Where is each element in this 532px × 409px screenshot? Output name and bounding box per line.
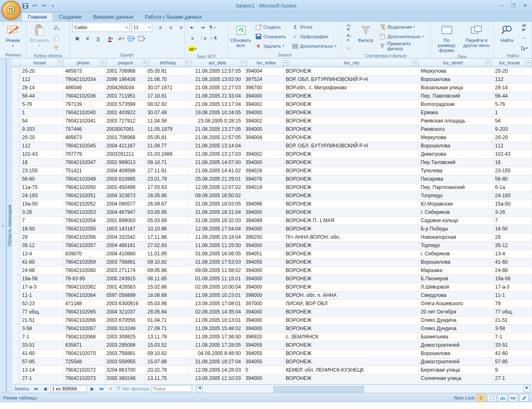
cell[interactable]: 11-1 [493,291,532,299]
restore-button[interactable]: ❐ [508,1,519,10]
cell[interactable]: 23.01.79 [146,175,187,183]
cell[interactable]: ВОР, ОБЛ, БУТУРЛИНОВСКИЙ Р-Н [284,76,419,83]
cell[interactable]: 23-155 [20,167,64,175]
cell[interactable]: 57-85 [493,358,532,366]
cell[interactable]: 79042102066 [64,316,105,324]
cell[interactable]: Ворошилова [419,258,493,266]
col-loccity[interactable]: loc_city▾ [289,59,419,67]
cell[interactable]: 394000 [244,208,284,216]
close-button[interactable]: ✕ [520,1,530,10]
table-row[interactable]: 11а-75790421020502001 45049817.03.6312.0… [12,184,532,192]
cell[interactable]: 17.03.63 [146,184,187,191]
cell[interactable]: 2003 559955 [105,358,146,366]
cell[interactable]: 77 общ. [20,308,64,316]
delete-record-button[interactable]: ✕Удалить ▾ [253,42,288,51]
cell[interactable]: 0 [244,366,284,374]
cell[interactable]: 16 [493,159,532,167]
table-row[interactable]: 1790421020402001 40392230.07.4919.08.200… [12,109,532,117]
cell[interactable]: ВОРОНЕЖ [284,192,419,200]
select-all-corner[interactable] [12,59,20,67]
cell[interactable]: 21.08.2005 14:41:02 [187,167,244,175]
table-row[interactable]: 33-516358712003 29509815.03.5211.09.2005… [12,341,532,350]
cell[interactable]: 3-26 [493,208,532,216]
cell[interactable]: 394000 [244,225,284,233]
cell[interactable]: 78-63-95 [64,275,105,283]
cell[interactable]: 79042102050 [64,184,105,191]
pivotchart-view-icon[interactable] [498,394,507,402]
row-selector[interactable] [12,208,20,216]
find-button[interactable]: Найти [497,22,517,44]
cell[interactable]: 79042102052 [64,200,105,208]
cell[interactable]: 797779 [64,150,105,158]
cell[interactable]: 57-85 [20,358,64,366]
cell[interactable]: ВОРОНЕЖ [284,92,419,100]
cell[interactable]: 54 [493,117,532,125]
cell[interactable]: Ворошилова [419,142,493,150]
cell[interactable]: 17-а-3 [20,283,64,291]
cell[interactable]: 28.05.90 [146,192,187,200]
cell[interactable]: Димитрова [419,150,493,158]
cell[interactable]: 41-60 [20,258,64,266]
ltr-icon[interactable]: ¶→ [208,22,218,32]
row-selector[interactable] [12,167,20,175]
row-selector[interactable] [12,300,20,308]
table-row[interactable]: 2б-204856732001 70696605.05.8121.08.2005… [12,67,532,76]
cell[interactable]: 397524 [244,76,284,83]
cell[interactable]: 394000 [244,109,284,117]
cell[interactable]: 2000 243915 [105,275,146,283]
cell[interactable]: 79042102059 [64,258,105,266]
table-row[interactable]: 16-50790421020551803 14316710.10.8612.09… [12,225,532,233]
row-selector[interactable] [12,275,20,283]
cell[interactable]: ВОР. ОБЛ. БУТУРЛИНОВСКИЙ Р-Н [284,142,419,150]
cell[interactable]: 396250 [244,233,284,241]
table-row[interactable]: 23-1557514212004 40958827.11.8121.08.200… [12,167,532,175]
row-selector[interactable] [12,258,20,266]
grid-body[interactable]: 2б-204856732001 70696605.05.8121.08.2005… [12,67,532,384]
align-left-icon[interactable]: ≡ [155,22,165,32]
cell[interactable]: 5-76 [20,100,64,108]
cell[interactable]: 79042102068 [64,333,105,341]
cell[interactable]: 01.04.71 [146,316,187,324]
row-selector[interactable] [12,283,20,291]
cell[interactable]: 394055 [244,341,284,349]
cell[interactable]: 56-44 [20,92,64,100]
undo-icon[interactable]: ↶▾ [31,2,38,10]
cell[interactable]: 2099 186436 [105,76,146,83]
cell[interactable]: 7 [20,217,64,225]
cell[interactable]: 15.07.88 [146,358,187,366]
cell[interactable]: 79042102056 [64,233,105,241]
table-row[interactable]: 2б-204856732001 70696605.05.8121.08.2005… [12,134,532,142]
cell[interactable]: 79042102049 [64,175,105,183]
cell[interactable]: 13.11.78 [146,333,187,341]
cell[interactable]: 18.08.68 [146,291,187,299]
row-selector[interactable] [12,125,20,133]
cell[interactable]: 31.08.2005 18:03:05 [187,200,244,208]
horizontal-scrollbar[interactable]: ◀ ▶ [196,385,530,392]
cell[interactable]: 394002 [244,150,284,158]
cell[interactable]: Олеко Дундича [419,316,493,324]
cell[interactable]: 15.02.86 [146,283,187,291]
cell[interactable]: 112 [493,142,532,150]
table-row[interactable]: 5-767971392003 57359908.02.8221.08.2005 … [12,100,532,109]
row-selector[interactable] [12,84,20,92]
row-selector[interactable] [12,250,20,258]
cell[interactable]: 2б-20 [493,134,532,142]
row-selector[interactable] [12,308,20,316]
table-row[interactable]: 112790421020452004 42116721.08.7721.08.2… [12,142,532,150]
select-icon[interactable]: ▾ [519,43,529,53]
cell[interactable]: 639070 [64,250,105,258]
cell[interactable]: 2004 332542 [105,233,146,241]
cell[interactable]: 20.02.79 [146,366,187,374]
cell[interactable]: ВОРОНЕЖ [284,100,419,108]
cell[interactable]: 394000 [244,316,284,324]
cell[interactable]: 24-68 [493,267,532,274]
font-size-combo[interactable]: 11▾ [131,23,152,32]
table-row[interactable]: 35-12790421020572004 46618127.02.8311.09… [12,242,532,250]
cell[interactable]: 13-14 [20,366,64,374]
table-row[interactable]: 3-26790421020532004 48794703.05.8531.08.… [12,208,532,217]
cell[interactable]: ВОРОНЕЖ [284,258,419,266]
cell[interactable]: 33-51 [493,341,532,349]
tab-external[interactable]: Внешние данные [87,13,139,21]
cell[interactable]: 30.07.49 [146,109,187,117]
cell[interactable]: 21.08.2005 14:07:00 [187,159,244,167]
